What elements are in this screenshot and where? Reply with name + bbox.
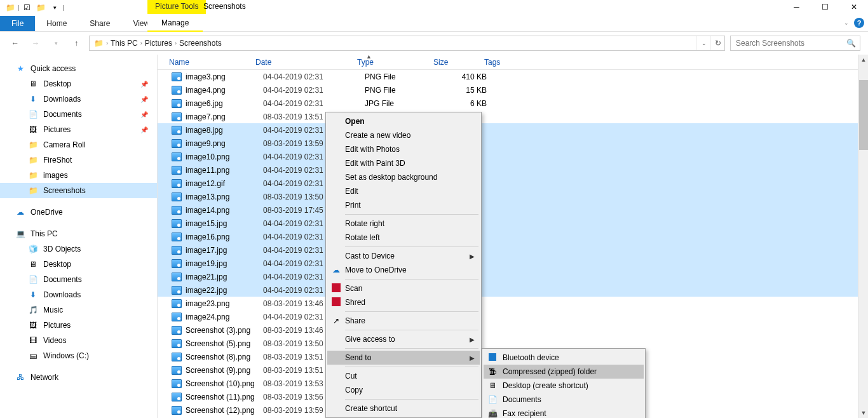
- menu-item[interactable]: Edit with Photos: [327, 142, 480, 156]
- file-row[interactable]: image10.png04-04-2019 02:31: [158, 150, 868, 163]
- menu-item[interactable]: Set as desktop background: [327, 170, 480, 184]
- nav-videos[interactable]: Videos: [0, 333, 157, 348]
- file-row[interactable]: image12.gif04-04-2019 02:31: [158, 177, 868, 190]
- menu-item[interactable]: Open: [327, 114, 480, 128]
- col-type[interactable]: Type: [353, 58, 430, 67]
- close-button[interactable]: ✕: [839, 0, 868, 14]
- properties-icon[interactable]: ☑: [20, 1, 33, 14]
- menu-item[interactable]: Move to OneDrive: [327, 263, 480, 277]
- refresh-button[interactable]: ↻: [710, 36, 724, 50]
- col-tags[interactable]: Tags: [480, 58, 531, 67]
- nav-3d-objects[interactable]: 3D Objects: [0, 241, 157, 257]
- nav-pictures-2[interactable]: Pictures: [0, 318, 157, 333]
- nav-images[interactable]: images: [0, 168, 157, 183]
- tab-file[interactable]: File: [0, 16, 35, 31]
- help-icon[interactable]: ?: [854, 18, 864, 28]
- nav-desktop[interactable]: Desktop📌: [0, 76, 157, 91]
- file-row[interactable]: image22.jpg04-04-2019 02:31: [158, 283, 868, 297]
- file-row[interactable]: image17.jpg04-04-2019 02:31: [158, 243, 868, 257]
- menu-item[interactable]: Compressed (zipped) folder: [484, 365, 644, 379]
- nav-screenshots[interactable]: Screenshots: [0, 183, 157, 198]
- menu-item[interactable]: Share: [327, 314, 480, 328]
- nav-cdrive[interactable]: Windows (C:): [0, 348, 157, 363]
- scroll-up-icon[interactable]: ▲: [858, 55, 868, 65]
- nav-downloads[interactable]: Downloads📌: [0, 91, 157, 107]
- menu-item[interactable]: Desktop (create shortcut): [484, 379, 644, 393]
- nav-this-pc[interactable]: This PC: [0, 226, 157, 241]
- nav-music[interactable]: Music: [0, 302, 157, 318]
- nav-camera-roll[interactable]: Camera Roll: [0, 137, 157, 152]
- menu-item[interactable]: Cast to Device▶: [327, 249, 480, 263]
- breadcrumb[interactable]: Pictures: [145, 39, 172, 48]
- menu-item[interactable]: Send to▶: [327, 351, 480, 365]
- minimize-button[interactable]: ─: [782, 0, 811, 14]
- search-icon[interactable]: 🔍: [846, 39, 856, 48]
- menu-item[interactable]: Shred: [327, 295, 480, 309]
- nav-network[interactable]: Network: [0, 370, 157, 385]
- file-row[interactable]: image4.png04-04-2019 02:31PNG File15 KB: [158, 83, 868, 97]
- file-row[interactable]: image16.png04-04-2019 02:31: [158, 230, 868, 243]
- menu-item[interactable]: Give access to▶: [327, 332, 480, 346]
- menu-item[interactable]: Scan: [327, 281, 480, 295]
- nav-desktop-2[interactable]: Desktop: [0, 257, 157, 272]
- scroll-thumb[interactable]: [859, 80, 868, 150]
- col-date[interactable]: Date: [252, 58, 353, 67]
- file-row[interactable]: Screenshot (3).png08-03-2019 13:46: [158, 323, 868, 337]
- file-row[interactable]: image14.png08-03-2019 17:45: [158, 203, 868, 217]
- file-row[interactable]: image3.png04-04-2019 02:31PNG File410 KB: [158, 70, 868, 83]
- file-row[interactable]: image23.png08-03-2019 13:46: [158, 297, 868, 310]
- scroll-down-icon[interactable]: ▼: [858, 408, 868, 418]
- menu-item[interactable]: Rotate right: [327, 217, 480, 231]
- search-input[interactable]: [735, 38, 846, 48]
- address-dropdown-icon[interactable]: ⌄: [696, 36, 710, 50]
- vertical-scrollbar[interactable]: ▲ ▼: [858, 55, 868, 418]
- file-row[interactable]: image6.jpg04-04-2019 02:31JPG File6 KB: [158, 97, 868, 110]
- chevron-right-icon[interactable]: ›: [106, 40, 108, 46]
- chevron-right-icon[interactable]: ›: [140, 40, 142, 46]
- recent-dropdown-icon[interactable]: ▾: [48, 36, 64, 51]
- nav-onedrive[interactable]: OneDrive: [0, 205, 157, 220]
- nav-documents-2[interactable]: Documents: [0, 272, 157, 287]
- maximize-button[interactable]: ☐: [811, 0, 839, 14]
- menu-item[interactable]: Edit with Paint 3D: [327, 156, 480, 170]
- qat-dropdown-icon[interactable]: ▾: [48, 1, 61, 14]
- menu-item[interactable]: Print: [327, 198, 480, 212]
- up-button[interactable]: ↑: [69, 36, 84, 51]
- menu-item[interactable]: Edit: [327, 184, 480, 198]
- breadcrumb[interactable]: Screenshots: [179, 39, 222, 48]
- col-size[interactable]: Size: [430, 58, 480, 67]
- breadcrumb[interactable]: This PC: [111, 39, 138, 48]
- file-row[interactable]: image24.png04-04-2019 02:31: [158, 310, 868, 323]
- menu-item[interactable]: Cut: [327, 369, 480, 383]
- nav-pictures[interactable]: Pictures📌: [0, 122, 157, 137]
- tab-share[interactable]: Share: [78, 16, 121, 31]
- nav-documents[interactable]: Documents📌: [0, 107, 157, 122]
- menu-item[interactable]: Create shortcut: [327, 401, 480, 415]
- file-row[interactable]: image8.jpg04-04-2019 02:31: [158, 123, 868, 137]
- menu-item[interactable]: Bluetooth device: [484, 351, 644, 365]
- menu-item[interactable]: Fax recipient: [484, 407, 644, 418]
- file-row[interactable]: image15.jpg04-04-2019 02:31: [158, 217, 868, 230]
- nav-downloads-2[interactable]: Downloads: [0, 287, 157, 302]
- file-row[interactable]: image11.png04-04-2019 02:31: [158, 163, 868, 177]
- file-row[interactable]: image21.jpg04-04-2019 02:31: [158, 270, 868, 283]
- nav-quick-access[interactable]: Quick access: [0, 61, 157, 76]
- file-row[interactable]: image19.jpg04-04-2019 02:31: [158, 257, 868, 270]
- menu-item[interactable]: Documents: [484, 393, 644, 407]
- file-row[interactable]: image7.png08-03-2019 13:51: [158, 110, 868, 123]
- menu-item[interactable]: Rotate left: [327, 231, 480, 245]
- forward-button[interactable]: →: [28, 36, 43, 51]
- chevron-right-icon[interactable]: ›: [175, 40, 177, 46]
- col-name[interactable]: Name: [158, 58, 252, 67]
- file-row[interactable]: image13.png08-03-2019 13:50: [158, 190, 868, 203]
- menu-item[interactable]: Copy: [327, 383, 480, 397]
- search-box[interactable]: 🔍: [730, 36, 860, 51]
- back-button[interactable]: ←: [8, 36, 23, 51]
- new-folder-icon[interactable]: 📁: [34, 1, 47, 14]
- nav-fireshot[interactable]: FireShot: [0, 152, 157, 168]
- ribbon-expand-icon[interactable]: ⌄: [844, 20, 849, 26]
- file-row[interactable]: image9.png08-03-2019 13:59: [158, 137, 868, 150]
- tab-manage[interactable]: Manage: [147, 15, 203, 32]
- tab-home[interactable]: Home: [35, 16, 78, 31]
- address-bar[interactable]: 📁 › This PC › Pictures › Screenshots ⌄ ↻: [89, 36, 725, 51]
